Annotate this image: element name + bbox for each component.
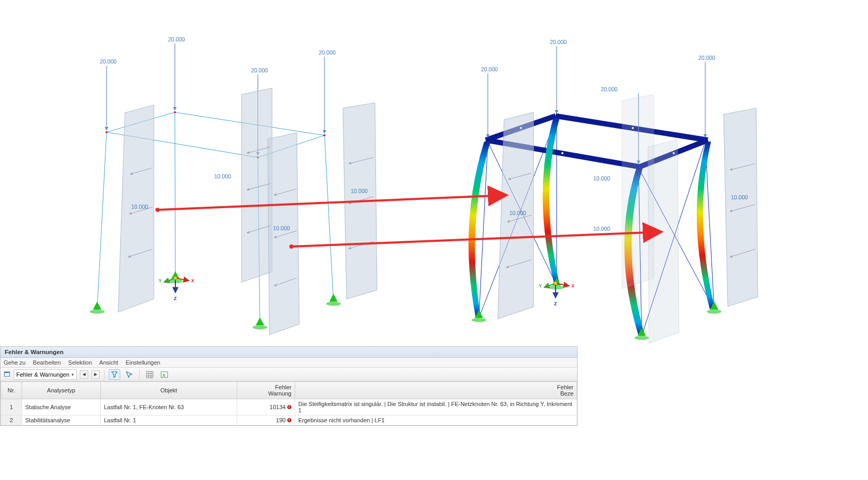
col-header-obj[interactable]: Objekt bbox=[101, 382, 237, 399]
panel-title: Fehler & Warnungen bbox=[1, 347, 577, 358]
cell-obj: Lastfall Nr. 1 bbox=[101, 415, 237, 425]
menu-view[interactable]: Ansicht bbox=[99, 359, 118, 366]
load-label: 20.000 bbox=[601, 86, 618, 92]
svg-line-2 bbox=[325, 135, 333, 302]
load-label: 20.000 bbox=[319, 49, 336, 56]
cell-nr: 1 bbox=[1, 399, 22, 415]
svg-point-26 bbox=[326, 302, 341, 306]
annotation-arrows bbox=[155, 195, 662, 249]
axis-z-label: Z bbox=[554, 301, 557, 306]
cell-type: Statische Analyse bbox=[22, 399, 101, 415]
menu-goto[interactable]: Gehe zu bbox=[4, 359, 26, 366]
svg-point-58 bbox=[472, 318, 486, 322]
error-icon bbox=[287, 418, 291, 422]
svg-point-27 bbox=[253, 325, 267, 329]
axis-y-label: Y bbox=[539, 283, 542, 289]
cell-desc: Ergebnisse nicht vorhanden | LF1 bbox=[295, 415, 577, 425]
grid-icon[interactable] bbox=[144, 369, 155, 380]
nav-next-button[interactable]: ▶ bbox=[91, 370, 100, 379]
cell-nr: 2 bbox=[1, 415, 22, 425]
svg-point-65 bbox=[554, 282, 557, 285]
cell-desc: Die Steifigkeitsmatrix ist singulär. | D… bbox=[295, 399, 577, 415]
surface-load-label: 10.000 bbox=[593, 226, 610, 232]
svg-rect-70 bbox=[147, 371, 153, 377]
menu-settings[interactable]: Einstellungen bbox=[126, 359, 160, 366]
toolbar-divider bbox=[139, 370, 140, 379]
svg-line-1 bbox=[175, 112, 175, 279]
menu-edit[interactable]: Bearbeiten bbox=[33, 359, 61, 366]
svg-point-5 bbox=[174, 111, 176, 113]
category-dropdown[interactable]: Fehler & Warnungen ▾ bbox=[14, 369, 77, 380]
load-label: 20.000 bbox=[550, 39, 567, 45]
svg-point-31 bbox=[174, 276, 177, 280]
error-code: 190 bbox=[276, 417, 286, 423]
cell-code: 10134 bbox=[237, 399, 295, 415]
chevron-down-icon: ▾ bbox=[71, 372, 74, 377]
svg-point-47 bbox=[561, 152, 563, 154]
load-label: 20.000 bbox=[251, 67, 268, 73]
svg-point-61 bbox=[634, 336, 649, 340]
svg-point-24 bbox=[90, 310, 104, 314]
surface-load-label: 10.000 bbox=[593, 175, 610, 182]
axis-x-label: X bbox=[191, 278, 194, 283]
svg-point-67 bbox=[155, 208, 160, 212]
load-label: 20.000 bbox=[698, 55, 715, 61]
svg-point-60 bbox=[707, 310, 721, 314]
left-model: 20.000 20.000 20.000 20.000 10.000 10 bbox=[90, 36, 377, 335]
load-label: 20.000 bbox=[100, 58, 117, 65]
svg-line-66 bbox=[158, 195, 507, 210]
table-row[interactable]: 1 Statische Analyse Lastfall Nr. 1, FE-K… bbox=[1, 399, 577, 415]
load-label: 20.000 bbox=[481, 66, 498, 72]
table-row[interactable]: 2 Stabilitätsanalyse Lastfall Nr. 1 190 … bbox=[1, 415, 577, 425]
surface-load-label: 10.000 bbox=[509, 210, 526, 216]
toolbar-app-icon: 🗔 bbox=[4, 370, 11, 378]
panel-menu: Gehe zu Bearbeiten Selektion Ansicht Ein… bbox=[1, 358, 577, 368]
toolbar-divider bbox=[104, 370, 104, 379]
col-header-nr[interactable]: Nr. bbox=[1, 382, 22, 399]
svg-point-69 bbox=[289, 244, 294, 249]
axis-y-label: Y bbox=[159, 278, 162, 283]
export-excel-icon[interactable]: X bbox=[159, 369, 170, 380]
dropdown-label: Fehler & Warnungen bbox=[16, 371, 69, 378]
svg-text:X: X bbox=[163, 372, 166, 377]
col-header-type[interactable]: Analysetyp bbox=[22, 382, 101, 399]
cell-code: 190 bbox=[237, 415, 295, 425]
surface-load-label: 10.000 bbox=[131, 204, 148, 210]
error-icon bbox=[287, 405, 291, 409]
nav-prev-button[interactable]: ◀ bbox=[80, 370, 88, 379]
menu-select[interactable]: Selektion bbox=[68, 359, 92, 366]
cell-obj: Lastfall Nr. 1, FE-Knoten Nr. 63 bbox=[101, 399, 237, 415]
svg-point-4 bbox=[106, 131, 108, 133]
right-model: 20.000 20.000 20.000 20.000 10.000 10.00… bbox=[468, 39, 758, 343]
results-table: Nr. Analysetyp Objekt Fehler Warnung Feh… bbox=[1, 381, 577, 425]
col-header-desc[interactable]: Fehler Beze bbox=[295, 382, 577, 399]
surface-load-label: 10.000 bbox=[214, 173, 231, 179]
model-viewport[interactable]: 20.000 20.000 20.000 20.000 10.000 10 bbox=[0, 0, 868, 346]
select-in-view-icon[interactable] bbox=[123, 369, 135, 380]
error-code: 10134 bbox=[269, 404, 286, 410]
axis-z-label: Z bbox=[174, 296, 177, 301]
panel-toolbar: 🗔 Fehler & Warnungen ▾ ◀ ▶ X bbox=[1, 368, 577, 381]
svg-point-6 bbox=[323, 134, 326, 136]
errors-warnings-panel: Fehler & Warnungen Gehe zu Bearbeiten Se… bbox=[0, 346, 578, 426]
cell-type: Stabilitätsanalyse bbox=[22, 415, 101, 425]
col-header-code[interactable]: Fehler Warnung bbox=[237, 382, 295, 399]
surface-load-label: 10.000 bbox=[731, 194, 748, 200]
filter-icon[interactable] bbox=[109, 369, 120, 380]
axis-x-label: X bbox=[571, 283, 574, 289]
svg-point-59 bbox=[549, 285, 564, 290]
svg-line-0 bbox=[97, 132, 107, 310]
load-label: 20.000 bbox=[168, 36, 185, 42]
surface-load-label: 10.000 bbox=[273, 225, 290, 231]
surface-load-label: 10.000 bbox=[351, 188, 368, 194]
